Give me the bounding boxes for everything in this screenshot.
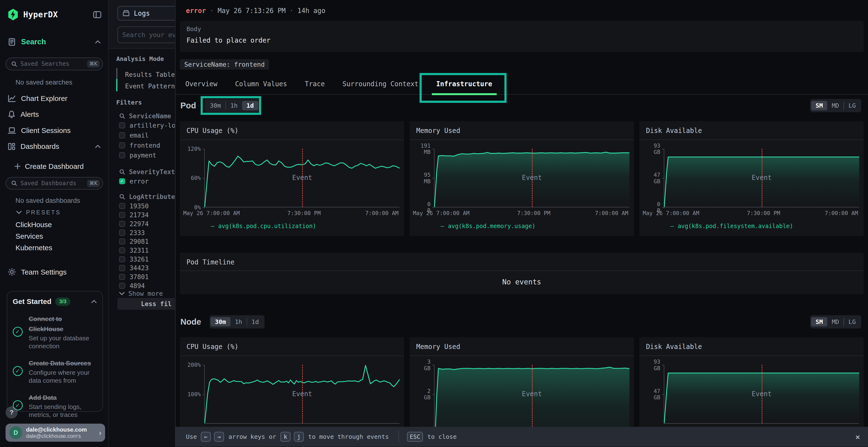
check-circle-icon: ✓ [13, 366, 23, 376]
saved-searches-input[interactable]: ⌘K [5, 58, 103, 70]
checkbox-icon[interactable] [119, 247, 125, 253]
presets-toggle[interactable]: PRESETS [16, 209, 61, 216]
filter-option[interactable]: artillery-loa [119, 122, 175, 129]
filter-option-error[interactable]: ✓error [119, 177, 149, 185]
pod-size-md[interactable]: MD [827, 101, 843, 110]
pod-size-lg[interactable]: LG [844, 101, 860, 110]
node-size-lg[interactable]: LG [844, 317, 860, 326]
event-marker-label: Event [292, 390, 312, 398]
service-name-tag[interactable]: ServiceName: frontend [180, 59, 269, 70]
event-search-input[interactable] [117, 27, 175, 43]
pod-size-sm[interactable]: SM [811, 101, 827, 110]
sidebar-item-alerts[interactable]: Alerts [8, 109, 101, 120]
filter-option[interactable]: 22974 [119, 220, 149, 228]
tab-surrounding-context[interactable]: Surrounding Context [342, 73, 418, 94]
filter-option[interactable]: 37801 [119, 273, 149, 281]
filter-option[interactable]: 2333 [119, 229, 145, 237]
checkbox-icon[interactable] [119, 142, 125, 148]
node-size-sm[interactable]: SM [811, 317, 827, 326]
filter-option[interactable]: 32311 [119, 247, 149, 254]
filter-option[interactable]: 4894 [119, 282, 145, 289]
filter-group-servicename[interactable]: ServiceName [119, 112, 171, 120]
node-size-md[interactable]: MD [827, 317, 843, 326]
get-started-progress-badge: 3/3 [55, 298, 70, 306]
source-selector-button[interactable]: Logs [117, 6, 175, 21]
shortcut-badge: ⌘K [87, 180, 100, 187]
saved-dashboards-input[interactable]: ⌘K [5, 177, 103, 190]
get-started-step-add-data[interactable]: ✓ Add DataStart sending logs, metrics, o… [13, 392, 97, 419]
checkbox-icon[interactable] [119, 152, 125, 158]
no-events-text: No events [180, 271, 864, 293]
sidebar-item-dashboards[interactable]: Dashboards [8, 141, 101, 152]
create-dashboard-button[interactable]: Create Dashboard [14, 161, 107, 172]
chart-legend: —avg(k8s.pod.cpu.utilization) [211, 223, 395, 230]
checkbox-icon[interactable] [119, 212, 125, 218]
chart-line-icon [8, 95, 16, 102]
search-label: Search [21, 38, 46, 46]
mode-event-patterns[interactable]: Event Patterns [125, 82, 175, 90]
less-filters-button[interactable]: Less fil [117, 298, 175, 309]
preset-kubernetes[interactable]: Kubernetes [16, 244, 52, 252]
filter-option[interactable]: email [119, 132, 149, 139]
user-menu[interactable]: D dale@clickhouse.com dale@clickhouse.co… [5, 424, 105, 442]
filters-label: Filters [116, 99, 142, 106]
filter-option[interactable]: 29081 [119, 238, 149, 245]
chart-plot: 200%100%Event [204, 365, 400, 423]
tab-infrastructure[interactable]: Infrastructure [436, 73, 492, 94]
filter-option[interactable]: payment [119, 151, 156, 159]
checkbox-icon[interactable] [119, 203, 125, 209]
node-range-30m[interactable]: 30m [211, 317, 230, 326]
checkbox-icon[interactable] [119, 238, 125, 244]
filter-option[interactable]: 34423 [119, 264, 149, 272]
show-more-toggle[interactable]: Show more [119, 290, 163, 297]
checkbox-icon[interactable] [119, 230, 125, 236]
chart-plot: 93 GB47 GBEvent [664, 365, 859, 423]
get-started-step-connect[interactable]: ✓ Connect to ClickHouseSet up your datab… [13, 313, 97, 350]
sidebar-item-chart-explorer[interactable]: Chart Explorer [8, 93, 101, 104]
pod-range-1d[interactable]: 1d [242, 101, 258, 110]
sidebar-item-team-settings[interactable]: Team Settings [8, 267, 101, 278]
filter-option[interactable]: 21734 [119, 211, 149, 219]
preset-services[interactable]: Services [16, 232, 43, 240]
shortcut-badge: ⌘K [87, 60, 100, 68]
event-detail-panel: error · May 26 7:13:26 PM · 14h ago Body… [175, 0, 868, 447]
preset-clickhouse[interactable]: ClickHouse [16, 220, 52, 229]
close-icon[interactable]: × [855, 433, 860, 441]
checkbox-icon[interactable] [119, 132, 125, 138]
journal-icon [8, 38, 16, 46]
filter-option[interactable]: 19350 [119, 202, 149, 210]
chevron-up-icon[interactable] [91, 300, 97, 304]
checkbox-icon[interactable] [119, 274, 125, 280]
tab-trace[interactable]: Trace [305, 73, 325, 94]
node-section-header: Node 30m 1h 1d SM MD LG [180, 312, 861, 331]
filter-option[interactable]: 33261 [119, 255, 149, 263]
mode-results-table[interactable]: Results Table [125, 71, 175, 78]
node-range-1h[interactable]: 1h [230, 317, 247, 326]
node-range-1d[interactable]: 1d [247, 317, 263, 326]
checkbox-icon[interactable] [119, 283, 125, 289]
checkbox-checked-icon[interactable]: ✓ [119, 178, 125, 184]
pod-range-30m[interactable]: 30m [206, 101, 225, 110]
get-started-step-sources[interactable]: ✓ Create Data SourcesConfigure where you… [13, 357, 97, 385]
filter-group-logattributes[interactable]: LogAttributes [119, 193, 175, 200]
checkbox-icon[interactable] [119, 256, 125, 262]
chart-plot: 120%60%0%Event [204, 149, 400, 207]
tab-column-values[interactable]: Column Values [235, 73, 287, 94]
active-tab-underline [432, 93, 497, 95]
chart-plot: 93 GB47 GB0 BEvent [664, 149, 859, 207]
grid-icon [8, 143, 16, 150]
sidebar-item-client-sessions[interactable]: Client Sessions [8, 125, 101, 136]
tab-overview[interactable]: Overview [185, 73, 217, 94]
pod-cpu-chart: CPU Usage (%) 120%60%0%Event May 26 7:00… [180, 121, 404, 236]
collapse-sidebar-icon[interactable] [93, 11, 101, 18]
checkbox-icon[interactable] [119, 122, 125, 128]
sidebar-item-search[interactable]: Search [8, 38, 101, 46]
pod-range-1h[interactable]: 1h [226, 101, 242, 110]
checkbox-icon[interactable] [119, 221, 125, 227]
get-started-title: Get Started [13, 298, 52, 306]
help-button[interactable]: ? [5, 406, 18, 419]
filter-group-severitytext[interactable]: SeverityText [119, 168, 175, 176]
filter-option[interactable]: frontend [119, 142, 160, 149]
avatar: D [9, 426, 22, 439]
checkbox-icon[interactable] [119, 265, 125, 271]
